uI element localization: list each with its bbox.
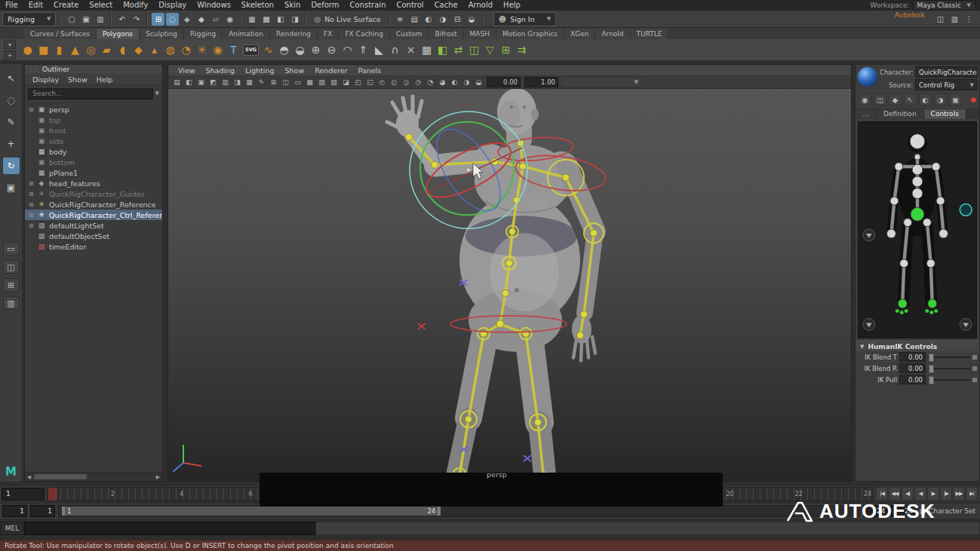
slider-handle[interactable]: [929, 365, 934, 373]
rotate-tool[interactable]: ↻: [3, 158, 20, 174]
resolution-gate-icon[interactable]: ▭: [292, 78, 303, 87]
hik-character-picker[interactable]: [858, 121, 977, 338]
shelf-tab[interactable]: FX: [318, 29, 339, 39]
snap-to-view-plane-icon[interactable]: ▱: [209, 13, 222, 26]
combine-icon[interactable]: ⊕: [308, 41, 324, 59]
mirror-icon[interactable]: ◧: [435, 41, 450, 59]
snap-to-projected-center-icon[interactable]: ◆: [195, 13, 207, 26]
set-key-icon[interactable]: ◆: [889, 93, 902, 106]
oversampling-icon[interactable]: ▦: [244, 78, 255, 87]
scale-tool[interactable]: ▣: [3, 179, 20, 196]
viewport-menu-item[interactable]: Renderer: [309, 66, 352, 75]
menu-item[interactable]: Windows: [192, 0, 236, 11]
lock-camera-icon[interactable]: ◧: [183, 78, 195, 87]
slider-value-field[interactable]: 0.00: [899, 352, 926, 362]
expand-icon[interactable]: ⊞: [29, 201, 37, 208]
poly-gear-icon[interactable]: ✳: [194, 41, 210, 59]
step-forward-frame-button[interactable]: ▶▶: [953, 487, 965, 500]
shelf-tab[interactable]: Sculpting: [140, 29, 184, 39]
body-part-mode-icon[interactable]: ◑: [934, 93, 947, 106]
motion-blur-icon[interactable]: ◷: [413, 78, 424, 87]
outliner-search-input[interactable]: Search...: [28, 88, 153, 99]
outliner-item-default-light-set[interactable]: ⊞ ▧ defaultLightSet: [25, 220, 162, 231]
multisample-icon[interactable]: ◔: [425, 78, 436, 87]
open-scene-icon[interactable]: ▣: [79, 13, 92, 26]
slider-track[interactable]: [928, 353, 970, 361]
lighting-icon[interactable]: ◴: [376, 78, 388, 87]
outliner-menu-item[interactable]: Display: [28, 75, 63, 84]
slider-handle[interactable]: [929, 376, 934, 384]
bookmark-icon[interactable]: ◩: [207, 78, 219, 87]
shelf-tab[interactable]: Rigging: [184, 29, 223, 39]
slider-track[interactable]: [928, 375, 970, 384]
undo-icon[interactable]: ↶: [115, 13, 128, 26]
isolate-select-icon[interactable]: ◕: [437, 78, 448, 87]
two-pane-layout-button[interactable]: ◫: [3, 260, 20, 274]
outliner-item-front[interactable]: ▣ front: [25, 125, 162, 136]
poly-pyramid-icon[interactable]: ▴: [146, 41, 162, 59]
outliner-menu-item[interactable]: Show: [63, 75, 92, 84]
current-frame-field[interactable]: 1: [2, 488, 45, 500]
render-settings-icon[interactable]: ⊟: [451, 13, 464, 26]
play-backwards-button[interactable]: ◀: [914, 487, 926, 500]
viewport-menu-item[interactable]: Panels: [353, 66, 387, 75]
extrude-icon[interactable]: ⇑: [355, 41, 371, 59]
shelf-tab[interactable]: FX Caching: [339, 29, 390, 39]
poly-pipe-icon[interactable]: ◍: [162, 41, 178, 59]
open-render-view-icon[interactable]: ▤: [408, 13, 421, 26]
keyframe-box-icon[interactable]: [972, 378, 977, 382]
select-effectors-icon[interactable]: ↖: [904, 93, 917, 106]
viewport-canvas[interactable]: [168, 89, 851, 481]
workspace-layout-icon[interactable]: ◫: [934, 13, 947, 26]
outliner-item-quickrig-guides[interactable]: ⊞ ✳ QuickRigCharacter_Guides: [25, 188, 162, 199]
shelf-tab[interactable]: TURTLE: [631, 29, 669, 39]
go-to-start-button[interactable]: |◀: [876, 487, 888, 500]
shelf-tab[interactable]: Bifrost: [429, 29, 463, 39]
scroll-left-icon[interactable]: ◀: [25, 474, 33, 480]
outliner-item-quickrig-reference[interactable]: ⊞ ✳ QuickRigCharacter_Reference: [25, 199, 162, 210]
menu-item[interactable]: Deform: [306, 0, 344, 11]
boolean-union-icon[interactable]: ◓: [276, 41, 292, 59]
playback-start-field[interactable]: 1: [30, 505, 55, 517]
filter-icon[interactable]: ▼: [155, 90, 159, 96]
viewport-menu-item[interactable]: Lighting: [240, 66, 279, 75]
select-tool[interactable]: ↖: [3, 70, 20, 87]
menu-item[interactable]: Arnold: [463, 0, 498, 11]
save-scene-icon[interactable]: ▥: [94, 13, 106, 26]
full-body-mode-icon[interactable]: ◐: [919, 93, 932, 106]
2d-pan-zoom-icon[interactable]: ◨: [232, 78, 243, 87]
shadows-icon[interactable]: ◵: [389, 78, 400, 87]
source-dropdown[interactable]: Control Rig ▼: [915, 79, 978, 90]
menu-set-dropdown[interactable]: Rigging ▼: [2, 12, 56, 26]
boolean-difference-icon[interactable]: ◒: [292, 41, 308, 59]
bevel-icon[interactable]: ◣: [371, 41, 387, 59]
single-pane-layout-button[interactable]: ▭: [3, 242, 20, 256]
safe-action-icon[interactable]: ▨: [328, 78, 339, 87]
shelf-selector-icon[interactable]: ▾: [4, 40, 16, 49]
step-back-frame-button[interactable]: ◀◀: [889, 487, 901, 500]
grip-icon[interactable]: ⋮: [963, 13, 975, 26]
expand-icon[interactable]: ⊞: [29, 180, 37, 187]
expand-icon[interactable]: ⊞: [29, 191, 37, 197]
symmetrize-icon[interactable]: ◫: [466, 41, 482, 59]
outliner-item-default-object-set[interactable]: ▧ defaultObjectSet: [25, 231, 162, 241]
slider-track[interactable]: [928, 364, 970, 372]
separate-icon[interactable]: ⊖: [324, 41, 339, 59]
move-tool[interactable]: +: [3, 136, 20, 152]
default-material-icon[interactable]: ◒: [473, 78, 484, 87]
keyframe-box-icon[interactable]: [972, 355, 977, 360]
current-frame-marker[interactable]: [48, 488, 57, 500]
shelf-tab[interactable]: Motion Graphics: [496, 29, 564, 39]
slider-value-field[interactable]: 0.00: [899, 375, 926, 384]
shelf-tab[interactable]: Animation: [223, 29, 270, 39]
shelf-tab[interactable]: XGen: [564, 29, 595, 39]
xray-icon[interactable]: ◐: [449, 78, 460, 87]
slider-handle[interactable]: [929, 354, 934, 362]
lasso-select-tool[interactable]: ◌: [3, 92, 20, 109]
outliner-menu-item[interactable]: Help: [92, 75, 118, 84]
poly-soccer-ball-icon[interactable]: ◉: [210, 41, 226, 59]
shelf-tab[interactable]: Custom: [390, 29, 429, 39]
construction-history-icon[interactable]: ≡: [394, 13, 407, 26]
shelf-tab[interactable]: Polygons: [97, 29, 140, 39]
outliner-item-top[interactable]: ▣ top: [25, 115, 162, 125]
